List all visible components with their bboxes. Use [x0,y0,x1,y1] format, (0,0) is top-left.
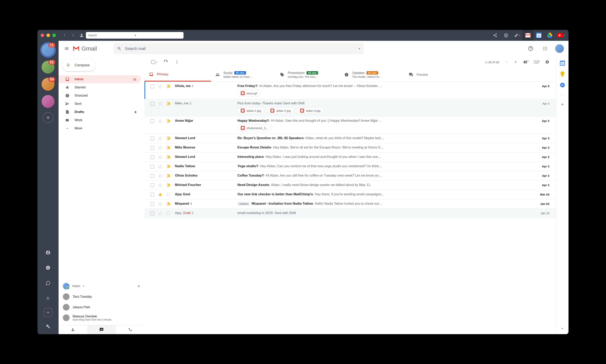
important-marker[interactable] [166,193,171,196]
important-icon[interactable] [166,146,171,149]
email-row[interactable]: Olivia Scholes Coffee Tuesday? - Hi Aida… [145,171,556,181]
hangouts-contact[interactable]: Jaeyou Park [59,302,145,312]
important-marker[interactable] [166,155,171,159]
split-pane-button[interactable]: ▾ [523,60,528,64]
important-marker[interactable] [166,174,171,178]
important-icon[interactable] [166,174,171,178]
email-row[interactable]: Michael Foucher Need Design Assets - Aid… [145,181,556,190]
important-icon[interactable] [166,183,171,187]
email-row[interactable]: Mike Munroe Escape Room Details - Hey Ai… [145,143,556,153]
star-button[interactable] [158,102,162,106]
compose-button[interactable]: Compose [62,59,95,71]
star-button[interactable] [158,84,162,89]
attachment-chip[interactable]: aidan-3.jpg [297,107,324,114]
important-marker[interactable] [166,183,171,187]
tab-social[interactable]: Social50 newNadia Tatlow on Face… [211,68,275,81]
next-page-button[interactable] [514,60,518,64]
sidebar-item-snoozed[interactable]: Snoozed [59,91,141,100]
settings-wrench-icon[interactable] [42,321,54,332]
add-workspace-button[interactable]: + [42,112,54,123]
whatsapp-icon[interactable] [42,278,54,288]
email-row[interactable]: Mixpanel3 UpdatesMixpanel - Invitation f… [145,199,556,209]
account-avatar[interactable] [555,44,564,53]
email-row[interactable]: Stewart Lord Interesting place - Hey Aid… [145,153,556,162]
important-marker[interactable] [166,211,171,215]
row-checkbox[interactable] [150,155,154,159]
calendar-app-icon[interactable]: 31 [533,30,544,41]
star-button[interactable] [158,193,162,197]
window-maximize-button[interactable] [52,34,56,37]
youtube-app-icon[interactable]: ▾ [555,30,566,41]
star-button[interactable] [158,164,162,169]
important-icon[interactable] [166,102,171,105]
add-app-button[interactable]: + [44,308,52,317]
apps-grid-button[interactable] [541,44,549,53]
attachment-chip[interactable]: tenor.gif [237,90,260,97]
workspace-3[interactable]: 59 [41,78,54,91]
main-menu-button[interactable] [62,44,71,53]
prev-page-button[interactable] [504,60,508,64]
facebook-icon[interactable] [42,247,54,258]
email-row[interactable]: Amee Nijjar Happy Wednesday!! - Hi Aidan… [145,117,556,134]
row-checkbox[interactable] [150,102,154,106]
attachment-chip[interactable]: shutterstock_3… [237,125,272,131]
nav-back-button[interactable] [60,32,69,39]
sidebar-item-sent[interactable]: Sent [59,100,141,108]
star-button[interactable] [158,155,162,159]
tab-primary[interactable]: Primary [145,68,211,81]
window-close-button[interactable] [40,34,44,37]
email-row[interactable]: Nadia Tatlow Yoga studio? - Hey Aidan, C… [145,162,556,171]
email-row[interactable]: Ajay, Draft2 email marketing in 2019 - S… [145,209,556,218]
star-button[interactable] [158,211,162,216]
hangouts-chats-tab[interactable]: 99 [87,325,116,334]
calendar-addon-icon[interactable]: 31 [560,61,565,66]
star-button[interactable] [158,174,162,178]
email-row[interactable]: Olivia, me2 Free Friday? - Hi Aidan, Are… [145,82,556,99]
star-button[interactable] [158,183,162,187]
important-icon[interactable] [166,165,171,168]
row-checkbox[interactable] [150,165,154,169]
important-icon[interactable] [166,137,171,140]
layers-icon[interactable] [500,30,512,41]
gmail-app-icon[interactable] [523,30,533,41]
sidebar-item-drafts[interactable]: Drafts9 [59,108,141,116]
collapse-rail-button[interactable] [560,326,565,331]
row-checkbox[interactable] [150,119,154,123]
important-icon[interactable] [166,155,171,159]
important-marker[interactable] [166,202,171,206]
important-icon[interactable] [166,211,171,215]
input-tools-button[interactable]: ▾ [534,61,540,64]
tasks-addon-icon[interactable] [560,82,565,88]
messenger-icon[interactable] [42,262,54,273]
sidebar-item-starred[interactable]: Starred [59,83,141,91]
tab-promotions[interactable]: Promotions50 newmonday.com, The Hus… [275,68,340,81]
important-icon[interactable] [166,193,171,196]
help-button[interactable] [526,44,535,53]
keep-addon-icon[interactable] [560,72,565,77]
more-menu-button[interactable] [175,60,179,64]
email-row[interactable]: Ajay Goel Our new link checker is better… [145,190,556,199]
attachment-chip[interactable]: aidan-2.jpg [267,107,294,114]
important-icon[interactable] [166,119,171,123]
search-options-icon[interactable]: ▾ [359,47,360,50]
sidebar-item-work[interactable]: Work [59,116,141,124]
mail-search-input[interactable]: Search mail ▾ [114,43,364,54]
workspace-2[interactable]: 52 [41,61,54,74]
row-checkbox[interactable] [150,146,154,150]
hangouts-calls-tab[interactable] [116,325,145,334]
tab-forums[interactable]: Forums [404,68,443,81]
email-row[interactable]: Mike, me2 Pics from today - Thanks mate!… [145,99,556,117]
hangouts-contact[interactable]: Mateusz DembekSure thing man! Give me a … [59,312,145,323]
important-marker[interactable] [166,84,171,88]
row-checkbox[interactable] [150,174,154,178]
shift-search-input[interactable]: Search ▾ [86,32,184,39]
profile-ghost-icon[interactable] [77,33,86,37]
row-checkbox[interactable] [150,183,154,187]
edit-icon[interactable]: ▾ [512,30,523,41]
important-icon[interactable] [166,202,171,206]
row-checkbox[interactable] [150,193,154,197]
new-chat-button[interactable]: + [137,284,140,289]
important-marker[interactable] [166,165,171,168]
attachment-chip[interactable]: aidan-1.jpg [237,107,264,114]
hangouts-contacts-tab[interactable] [59,325,87,334]
